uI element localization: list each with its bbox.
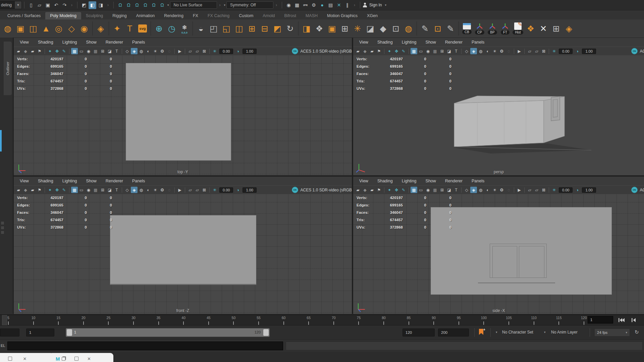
shaded-mode-icon[interactable]: ◈: [470, 187, 477, 193]
playback-loop-icon[interactable]: ↻: [635, 329, 639, 335]
close-window-icon[interactable]: ✕: [87, 356, 92, 361]
wireframe-mode-icon[interactable]: ◇: [463, 187, 470, 193]
grid-toggle-icon[interactable]: ▦: [411, 187, 417, 193]
ao-toggle-icon[interactable]: ❂: [498, 48, 505, 54]
outliner-tab[interactable]: Outliner: [4, 42, 12, 95]
svg-tool-icon[interactable]: svg: [136, 20, 149, 37]
panel-menu-view[interactable]: View: [20, 40, 29, 45]
transfer-attributes-icon[interactable]: ⊞: [338, 20, 351, 37]
shelf-tab-arnold[interactable]: Arnold: [258, 12, 279, 19]
field-chart-icon[interactable]: ⊞: [439, 48, 445, 54]
xray-icon[interactable]: ▱: [187, 48, 194, 54]
select-component-icon[interactable]: ◨: [97, 1, 105, 9]
new-scene-icon[interactable]: ▯: [27, 1, 35, 9]
panel-menu-shading[interactable]: Shading: [377, 179, 393, 183]
panel-menu-renderer[interactable]: Renderer: [445, 40, 463, 45]
live-surface-field[interactable]: No Live Surface: [170, 1, 217, 9]
camera-lock-icon[interactable]: ◆: [362, 48, 368, 54]
image-plane-icon[interactable]: ✦: [386, 48, 393, 54]
shaded-mode-icon[interactable]: ◈: [470, 48, 477, 54]
field-chart-icon[interactable]: ⊞: [99, 187, 106, 193]
field-chart-icon[interactable]: ⊞: [439, 187, 445, 193]
snap-point-icon[interactable]: Ω: [133, 1, 141, 9]
image-plane-icon[interactable]: ✦: [386, 187, 393, 193]
panel-menu-view[interactable]: View: [359, 179, 368, 183]
colorspace-label[interactable]: ACES 1.0 SDR-video (sRGB): [640, 188, 644, 192]
pause-icon[interactable]: ∥: [343, 1, 351, 9]
redo-icon[interactable]: ↷: [61, 1, 68, 9]
shelf-tab-fx[interactable]: FX: [188, 12, 203, 19]
delete-history-icon[interactable]: Hist: [512, 20, 524, 37]
rotate-faces-icon[interactable]: ↻: [284, 20, 297, 37]
exposure-icon[interactable]: ✳: [211, 187, 218, 193]
playback-end-field[interactable]: 120: [402, 328, 435, 337]
lights-toggle-icon[interactable]: ◐: [484, 48, 491, 54]
tool-icon[interactable]: [1, 231, 4, 234]
restore-window-icon[interactable]: [61, 356, 66, 361]
fps-dropdown[interactable]: 24 fps ▾: [594, 328, 630, 337]
gamma-field[interactable]: 1.00: [582, 49, 596, 54]
panel-menu-shading[interactable]: Shading: [38, 179, 53, 183]
safe-action-icon[interactable]: ◪: [446, 48, 452, 54]
contrast-icon[interactable]: ◑: [574, 187, 581, 193]
viewport-front-view[interactable]: Verts:42019700Edges:69916500Faces:346047…: [14, 194, 352, 314]
save-scene-icon[interactable]: ▣: [44, 1, 52, 9]
poly-star-icon[interactable]: ✦: [111, 20, 123, 37]
pencil-tool-icon[interactable]: ✎: [400, 48, 407, 54]
isolate-select-icon[interactable]: ▶: [176, 48, 183, 54]
camera-attributes-icon[interactable]: ▰: [29, 48, 36, 54]
safe-title-icon[interactable]: T: [453, 187, 460, 193]
camera-lock-icon[interactable]: ◆: [22, 187, 29, 193]
snap-curve-icon[interactable]: Ω: [125, 1, 132, 9]
panel-menu-renderer[interactable]: Renderer: [106, 40, 123, 45]
exposure-field[interactable]: 0.00: [559, 187, 573, 193]
selection-highlight-icon[interactable]: ⊠: [201, 48, 208, 54]
step-back-button[interactable]: [629, 316, 639, 324]
contrast-icon[interactable]: ◑: [234, 48, 241, 54]
shadows-toggle-icon[interactable]: ☀: [491, 187, 498, 193]
colorspace-label[interactable]: ACES 1.0 SDR-video (sRGB): [640, 49, 644, 54]
shelf-tab-curves-surfaces[interactable]: Curves / Surfaces: [3, 12, 45, 19]
resolution-gate-icon[interactable]: ◉: [425, 187, 431, 193]
camera-lock-icon[interactable]: ◆: [22, 48, 29, 54]
xray-joints-icon[interactable]: ▱: [533, 187, 540, 193]
bookmark-icon[interactable]: ⚑: [36, 48, 43, 54]
wireframe-mode-icon[interactable]: ◇: [124, 187, 130, 193]
selection-highlight-icon[interactable]: ⊠: [201, 187, 208, 193]
film-gate-icon[interactable]: ▭: [418, 187, 424, 193]
viewport-persp-view[interactable]: Verts:42019700Edges:69916500Faces:346047…: [353, 55, 644, 175]
gate-mask-icon[interactable]: ▩: [432, 187, 438, 193]
panel-menu-view[interactable]: View: [359, 40, 368, 45]
field-chart-icon[interactable]: ⊞: [99, 48, 106, 54]
shelf-tab-motion-graphics[interactable]: Motion Graphics: [322, 12, 362, 19]
resolution-gate-icon[interactable]: ◉: [425, 48, 431, 54]
smooth-icon[interactable]: ⊞: [246, 20, 258, 37]
subdivide-icon[interactable]: ⊟: [258, 20, 271, 37]
fold-plane-icon[interactable]: ◪: [364, 20, 377, 37]
anim-layer-dropdown[interactable]: No Anim Layer: [551, 330, 578, 335]
zero-transforms-icon[interactable]: ❄0,0,0: [178, 20, 191, 37]
move-pivot-icon[interactable]: ✥: [393, 48, 400, 54]
snap-view-plane-icon[interactable]: Ω: [150, 1, 158, 9]
command-input[interactable]: [7, 342, 283, 350]
time-slider[interactable]: 1 51015202530354045505560657075808590951…: [0, 314, 644, 325]
shelf-tab-rendering[interactable]: Rendering: [159, 12, 188, 19]
select-hierarchy-icon[interactable]: ◩: [80, 1, 88, 9]
motion-blur-icon[interactable]: ◌: [166, 187, 173, 193]
freeze-transform-icon[interactable]: FT: [499, 20, 512, 37]
isolate-select-icon[interactable]: ▶: [176, 187, 183, 193]
ao-toggle-icon[interactable]: ❂: [498, 187, 505, 193]
playback-start-field[interactable]: 1: [26, 328, 54, 337]
poly-cylinder-icon[interactable]: ◫: [27, 20, 40, 37]
pencil-tool-icon[interactable]: ✎: [400, 187, 407, 193]
crease-tool-icon[interactable]: ✎: [419, 20, 431, 37]
render-view-icon[interactable]: ◉: [285, 1, 292, 9]
lights-toggle-icon[interactable]: ◐: [145, 48, 152, 54]
launch-app-icon[interactable]: ✕: [335, 1, 343, 9]
tool-icon[interactable]: [1, 221, 4, 225]
camera-attributes-icon[interactable]: ▰: [369, 48, 375, 54]
shadows-toggle-icon[interactable]: ☀: [491, 48, 498, 54]
film-gate-icon[interactable]: ▭: [78, 187, 85, 193]
gamma-field[interactable]: 1.00: [243, 187, 256, 193]
edit-lattice-icon[interactable]: ⊡: [431, 20, 444, 37]
